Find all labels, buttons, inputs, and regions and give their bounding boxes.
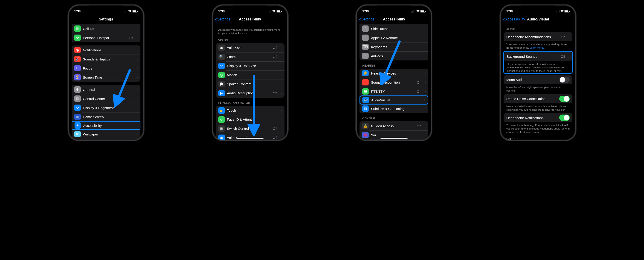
- row-notifications[interactable]: ◉Notifications›: [72, 46, 140, 54]
- phone-accessibility: 1:30 ‹Settings Accessibility Accessibili…: [212, 4, 288, 141]
- chevron-left-icon: ‹: [215, 17, 217, 22]
- mono-audio-switch[interactable]: [559, 76, 570, 83]
- audio-visual-list[interactable]: AUDIO Headphone AccommodationsOn› You ca…: [501, 24, 575, 140]
- screentime-icon: ⏳: [74, 74, 81, 80]
- row-accessibility-shortcut[interactable]: ✦Accessibility ShortcutGuided Access›: [360, 140, 428, 140]
- row-motion[interactable]: ◎Motion›: [216, 70, 284, 80]
- status-indicators: [124, 10, 138, 12]
- back-button[interactable]: ‹Settings: [215, 17, 230, 22]
- noise-cancel-switch[interactable]: [559, 96, 570, 102]
- back-button[interactable]: ‹Settings: [359, 17, 374, 22]
- svg-rect-0: [124, 12, 124, 12]
- svg-rect-5: [133, 10, 136, 12]
- hotspot-icon: ⟲: [74, 34, 81, 41]
- hp-notif-footer: To protect your hearing, iPhone sends a …: [504, 122, 572, 134]
- touch-icon: ☝: [218, 107, 225, 114]
- settings-list[interactable]: ⊞Cellular› ⟲Personal HotspotOff› ◉Notifi…: [69, 24, 143, 140]
- phone-accessibility-scrolled: 1:30 ‹Settings Accessibility ▯Side Butto…: [356, 4, 432, 141]
- row-hearing-devices[interactable]: 👂Hearing Devices›: [360, 69, 428, 78]
- phone-settings: 1:30 Settings ⊞Cellular› ⟲Personal Hotsp…: [68, 4, 144, 141]
- notch: [377, 6, 411, 11]
- row-home-screen[interactable]: ▦Home Screen›: [72, 112, 140, 121]
- row-subtitles-captioning[interactable]: ⊟Subtitles & Captioning›: [360, 104, 428, 113]
- row-zoom[interactable]: 🔍ZoomOff›: [216, 52, 284, 61]
- captions-icon: ⊟: [362, 106, 368, 112]
- row-rtt-tty[interactable]: ☎RTT/TTYOff›: [360, 87, 428, 96]
- row-wallpaper[interactable]: ❀Wallpaper›: [72, 130, 140, 139]
- general-icon: ⚙: [74, 86, 81, 93]
- row-touch[interactable]: ☝Touch›: [216, 106, 284, 115]
- svg-rect-6: [137, 11, 138, 12]
- home-indicator[interactable]: [380, 138, 408, 139]
- status-time: 1:30: [506, 9, 513, 13]
- row-sound-recognition[interactable]: 〰Sound RecognitionOff›: [360, 78, 428, 87]
- row-focus[interactable]: ☾Focus›: [72, 64, 140, 73]
- row-personal-hotspot[interactable]: ⟲Personal HotspotOff›: [72, 33, 140, 42]
- mono-footer: Make the left and right speakers play th…: [504, 84, 572, 92]
- chevron-left-icon: ‹: [359, 17, 361, 22]
- row-cellular[interactable]: ⊞Cellular›: [72, 24, 140, 33]
- battery-icon: [132, 10, 138, 12]
- notch: [233, 6, 267, 11]
- spoken-icon: 💬: [218, 81, 225, 87]
- svg-rect-21: [421, 10, 424, 12]
- back-button[interactable]: ‹Accessibility: [503, 17, 525, 22]
- row-control-center[interactable]: ⊟Control Center›: [72, 94, 140, 103]
- row-mono-audio[interactable]: Mono Audio: [504, 75, 572, 84]
- hearing-icon: 👂: [362, 70, 368, 76]
- row-faceid-attention[interactable]: ☺Face ID & Attention›: [216, 115, 284, 124]
- svg-rect-3: [126, 10, 127, 12]
- tvremote-icon: ▯: [362, 34, 368, 41]
- page-title: Accessibility: [239, 17, 261, 21]
- row-keyboards[interactable]: ⌨Keyboards›: [360, 42, 428, 51]
- row-headphone-notifications[interactable]: Headphone Notifications: [504, 113, 572, 122]
- headphone-accom-footer: You can customize the audio for supporte…: [504, 41, 572, 50]
- section-balance: BALANCE: [504, 134, 572, 140]
- row-switch-control[interactable]: ⊞Switch ControlOff›: [216, 124, 284, 133]
- battery-icon: [276, 10, 282, 12]
- row-voiceover[interactable]: ◉VoiceOverOff›: [216, 43, 284, 52]
- row-display-text-size[interactable]: AADisplay & Text Size›: [216, 61, 284, 70]
- row-siri-search[interactable]: ◐Siri & Search›: [72, 139, 140, 140]
- row-headphone-accommodations[interactable]: Headphone AccommodationsOn›: [504, 32, 572, 41]
- svg-rect-16: [412, 12, 412, 12]
- cellular-icon: [124, 10, 128, 12]
- accessibility-list[interactable]: ▯Side Button› ▯Apple TV Remote› ⌨Keyboar…: [357, 24, 431, 140]
- home-indicator[interactable]: [236, 138, 264, 139]
- cellular-icon: [268, 10, 272, 12]
- faceid-icon: ☺: [218, 116, 225, 123]
- motion-icon: ◎: [218, 72, 225, 78]
- accessibility-list[interactable]: Accessibility features help you customiz…: [213, 24, 287, 140]
- row-background-sounds[interactable]: Background SoundsOff›: [504, 52, 572, 61]
- voice-icon: ◉: [218, 134, 225, 140]
- control-center-icon: ⊟: [74, 96, 81, 102]
- cellular-icon: [412, 10, 416, 12]
- row-general[interactable]: ⚙General›: [72, 85, 140, 94]
- row-accessibility[interactable]: ✦Accessibility›: [72, 121, 140, 130]
- svg-rect-27: [559, 10, 560, 12]
- svg-rect-11: [271, 10, 271, 12]
- intro-text: Accessibility features help you customiz…: [216, 24, 284, 35]
- notch: [89, 6, 123, 11]
- row-airpods[interactable]: ᴖAirPods›: [360, 51, 428, 60]
- row-display-brightness[interactable]: AADisplay & Brightness›: [72, 103, 140, 112]
- background-sounds-footer: Plays background sounds to mask unwanted…: [504, 61, 572, 73]
- learn-more-link[interactable]: Learn more…: [530, 46, 546, 49]
- headphone-notif-switch[interactable]: [559, 114, 570, 121]
- row-voice-control[interactable]: ◉Voice ControlOff›: [216, 133, 284, 140]
- row-sounds-haptics[interactable]: 🔊Sounds & Haptics›: [72, 54, 140, 64]
- audiovisual-icon: 🔊: [362, 97, 369, 103]
- rtt-icon: ☎: [362, 88, 368, 94]
- zoom-icon: 🔍: [218, 54, 225, 60]
- row-guided-access[interactable]: 🔒Guided AccessOn›: [360, 121, 428, 130]
- row-side-button[interactable]: ▯Side Button›: [360, 24, 428, 33]
- row-spoken-content[interactable]: 💬Spoken Content›: [216, 80, 284, 89]
- svg-rect-9: [268, 11, 269, 12]
- row-audio-descriptions[interactable]: ▶Audio DescriptionsOff›: [216, 89, 284, 98]
- row-audio-visual[interactable]: 🔊Audio/Visual›: [360, 96, 428, 104]
- row-screen-time[interactable]: ⏳Screen Time›: [72, 73, 140, 82]
- row-apple-tv-remote[interactable]: ▯Apple TV Remote›: [360, 33, 428, 42]
- svg-rect-24: [556, 12, 556, 12]
- wifi-icon: [560, 10, 564, 12]
- row-phone-noise-cancellation[interactable]: Phone Noise Cancellation: [504, 94, 572, 104]
